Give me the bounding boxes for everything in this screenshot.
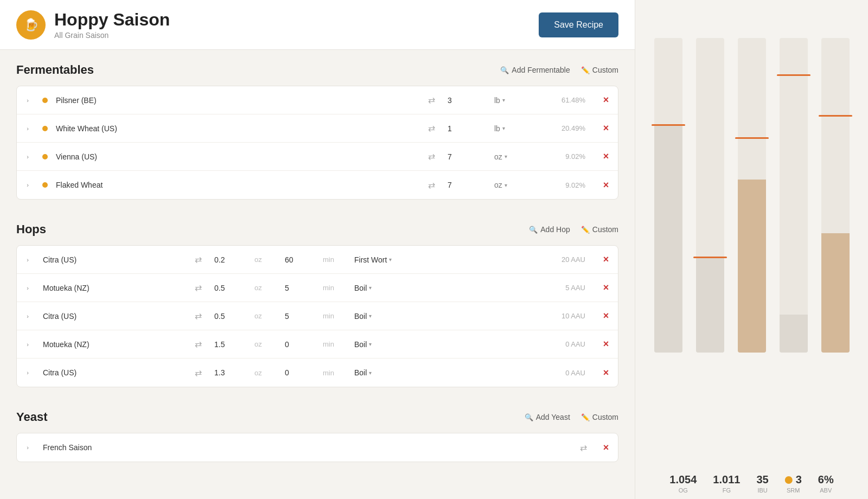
fg-value: 1.011: [713, 474, 740, 486]
hop-swap-0[interactable]: ⇄: [187, 254, 209, 265]
fermentable-name-1: White Wheat (US): [52, 124, 420, 133]
hop-swap-4[interactable]: ⇄: [187, 368, 209, 378]
chart-bars-container: [641, 11, 863, 391]
hop-time-unit-0: min: [323, 255, 350, 264]
delete-hop-0[interactable]: ×: [594, 254, 618, 265]
hop-aau-4: 0 AAU: [437, 369, 594, 377]
delete-hop-2[interactable]: ×: [594, 310, 618, 322]
hop-type-3[interactable]: Boil ▾: [350, 340, 437, 349]
hop-swap-1[interactable]: ⇄: [187, 283, 209, 293]
fermentable-unit-1[interactable]: lb ▾: [491, 124, 540, 133]
expand-toggle-3[interactable]: ›: [17, 182, 39, 188]
hop-time-3: 0: [279, 340, 323, 349]
add-fermentable-label: Add Fermentable: [512, 66, 570, 74]
swap-button-2[interactable]: ⇄: [420, 151, 442, 162]
yeast-expand-toggle-0[interactable]: ›: [17, 444, 39, 451]
hop-aau-1: 5 AAU: [437, 284, 594, 292]
hop-expand-toggle-0[interactable]: ›: [17, 257, 39, 263]
swap-button-0[interactable]: ⇄: [420, 95, 442, 105]
abv-value: 6%: [818, 474, 834, 486]
header: 🍺 Hoppy Saison All Grain Saison Save Rec…: [0, 0, 635, 50]
table-row: › Motueka (NZ) ⇄ 1.5 oz 0 min Boil ▾ 0 A…: [17, 330, 618, 359]
bar-group-og: [652, 38, 685, 353]
bar-track-fg: [696, 38, 724, 353]
hop-unit-2: oz: [252, 312, 279, 320]
yeast-title: Yeast: [16, 410, 48, 424]
fermentable-amount-0: 3: [442, 96, 491, 105]
fermentable-pct-0: 61.48%: [540, 96, 594, 104]
custom-yeast-link[interactable]: ✏️ Custom: [581, 413, 618, 421]
stat-og: 1.054 OG: [669, 474, 697, 494]
save-button[interactable]: Save Recipe: [539, 12, 618, 37]
bar-track-og: [654, 38, 682, 353]
pencil-icon: ✏️: [581, 66, 590, 74]
hop-expand-toggle-4[interactable]: ›: [17, 369, 39, 376]
bar-fill-abv: [821, 233, 850, 353]
fermentable-pct-1: 20.49%: [540, 124, 594, 132]
bar-fill-ibu: [738, 180, 766, 353]
hop-time-1: 5: [279, 284, 323, 292]
delete-yeast-0[interactable]: ×: [594, 442, 618, 453]
recipe-icon: 🍺: [16, 10, 46, 40]
search-icon-yeast: 🔍: [525, 413, 533, 421]
color-indicator-0: [39, 98, 52, 103]
hop-type-2[interactable]: Boil ▾: [350, 312, 437, 321]
hop-name-0: Citra (US): [39, 255, 187, 264]
bar-fill-fg: [696, 258, 724, 353]
delete-fermentable-1[interactable]: ×: [594, 123, 618, 134]
recipe-icon-symbol: 🍺: [24, 18, 39, 32]
fermentable-unit-2[interactable]: oz ▾: [491, 152, 540, 161]
add-fermentable-link[interactable]: 🔍 Add Fermentable: [500, 66, 570, 74]
delete-hop-4[interactable]: ×: [594, 367, 618, 379]
bar-track-srm: [780, 38, 808, 353]
delete-fermentable-0[interactable]: ×: [594, 94, 618, 106]
hop-aau-0: 20 AAU: [437, 255, 594, 264]
yeast-swap-0[interactable]: ⇄: [572, 443, 594, 453]
hop-type-4[interactable]: Boil ▾: [350, 368, 437, 377]
fermentables-actions: 🔍 Add Fermentable ✏️ Custom: [500, 66, 618, 74]
add-yeast-link[interactable]: 🔍 Add Yeast: [525, 413, 570, 421]
hop-time-unit-2: min: [323, 312, 350, 320]
custom-hop-link[interactable]: ✏️ Custom: [581, 225, 618, 234]
hop-name-3: Motueka (NZ): [39, 340, 187, 349]
yeast-table: › French Saison ⇄ ×: [16, 433, 618, 462]
table-row: › Vienna (US) ⇄ 7 oz ▾ 9.02% ×: [17, 143, 618, 171]
fermentable-unit-3[interactable]: oz ▾: [491, 181, 540, 189]
bar-group-ibu: [735, 38, 768, 353]
recipe-title: Hoppy Saison: [54, 10, 170, 30]
hop-type-0[interactable]: First Wort ▾: [350, 255, 437, 264]
delete-hop-3[interactable]: ×: [594, 338, 618, 350]
hops-table: › Citra (US) ⇄ 0.2 oz 60 min First Wort …: [16, 245, 618, 387]
swap-button-3[interactable]: ⇄: [420, 180, 442, 190]
hop-unit-0: oz: [252, 255, 279, 264]
custom-fermentable-link[interactable]: ✏️ Custom: [581, 66, 618, 74]
hop-aau-3: 0 AAU: [437, 340, 594, 348]
recipe-info: Hoppy Saison All Grain Saison: [54, 10, 170, 40]
hop-name-4: Citra (US): [39, 368, 187, 377]
hop-type-value: Boil: [354, 312, 367, 321]
delete-fermentable-3[interactable]: ×: [594, 180, 618, 191]
delete-fermentable-2[interactable]: ×: [594, 151, 618, 162]
table-row: › Pilsner (BE) ⇄ 3 lb ▾ 61.48% ×: [17, 86, 618, 114]
fermentable-amount-1: 1: [442, 124, 491, 133]
swap-button-1[interactable]: ⇄: [420, 123, 442, 133]
unit-value: lb: [494, 96, 500, 105]
expand-toggle-2[interactable]: ›: [17, 153, 39, 160]
pencil-icon-hops: ✏️: [581, 226, 590, 234]
hop-swap-3[interactable]: ⇄: [187, 339, 209, 349]
expand-toggle-1[interactable]: ›: [17, 125, 39, 132]
expand-toggle-0[interactable]: ›: [17, 97, 39, 104]
hop-expand-toggle-2[interactable]: ›: [17, 313, 39, 319]
add-hop-link[interactable]: 🔍 Add Hop: [529, 225, 570, 234]
delete-hop-1[interactable]: ×: [594, 282, 618, 293]
bar-track-abv: [821, 38, 850, 353]
hop-swap-2[interactable]: ⇄: [187, 311, 209, 321]
hop-amount-0: 0.2: [209, 255, 252, 264]
hop-type-dropdown-icon: ▾: [369, 285, 372, 291]
hop-expand-toggle-1[interactable]: ›: [17, 285, 39, 291]
hop-expand-toggle-3[interactable]: ›: [17, 341, 39, 348]
fermentable-unit-0[interactable]: lb ▾: [491, 96, 540, 105]
hop-type-1[interactable]: Boil ▾: [350, 284, 437, 292]
stat-fg: 1.011 FG: [713, 474, 740, 494]
hop-type-dropdown-icon: ▾: [369, 313, 372, 319]
